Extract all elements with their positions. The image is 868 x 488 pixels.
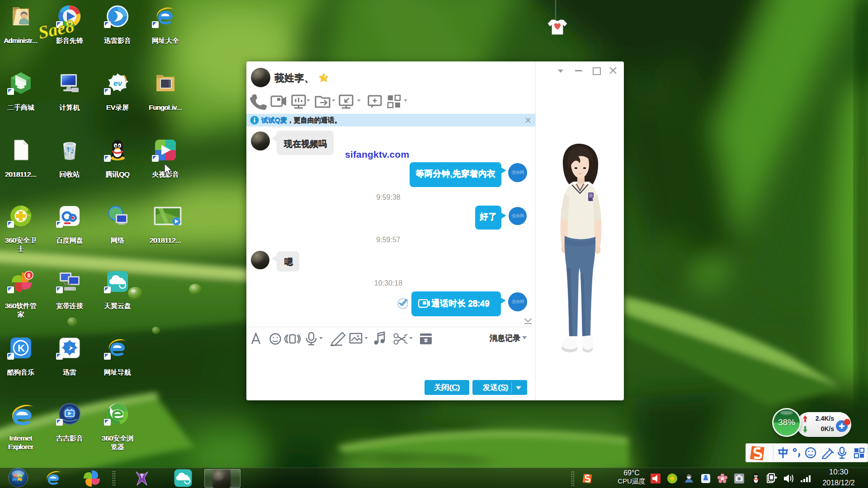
svg-text:8: 8 [28,272,31,279]
svg-text:ev: ev [113,79,123,88]
svg-text:Sae8: Sae8 [37,15,76,43]
svg-text:K: K [18,343,25,354]
